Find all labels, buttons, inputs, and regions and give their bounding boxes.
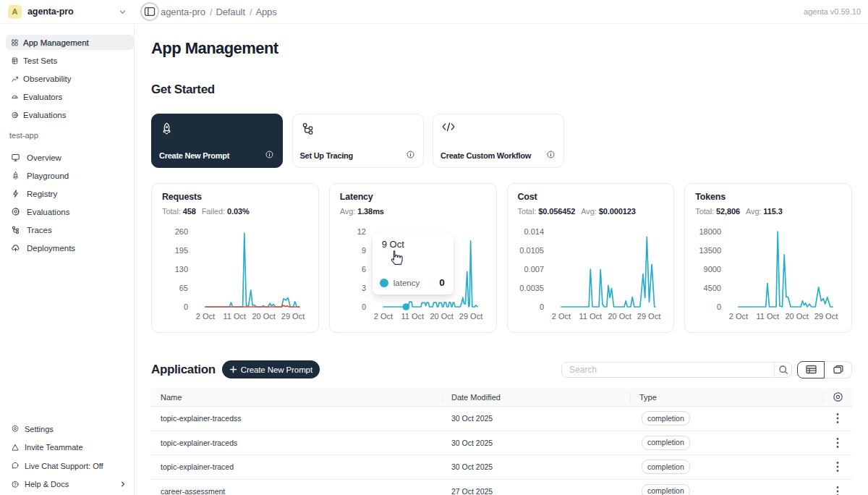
table-row[interactable]: career-assessment27 Oct 2025completion [151,480,853,495]
dots-vertical-icon [836,412,839,424]
chart-line-tokens [739,232,833,307]
application-header: Application Create New Prompt [151,360,852,378]
sidebar-footer-item-help-docs[interactable]: Help & Docs [6,477,134,492]
row-menu-button[interactable] [822,461,853,473]
create-new-prompt-button[interactable]: Create New Prompt [222,360,320,378]
row-menu-button[interactable] [822,437,853,449]
svg-text:260: 260 [175,227,188,236]
sidebar-collapse-button[interactable] [140,2,159,21]
template-card-label: Set Up Tracing [300,151,354,160]
breadcrumb-item[interactable]: Default [216,7,245,17]
sidebar-footer-item-invite-teammate[interactable]: Invite Teammate [6,440,134,455]
svg-text:0.014: 0.014 [524,227,544,236]
svg-text:0.007: 0.007 [524,265,544,274]
table-header: NameDate ModifiedType [151,388,853,407]
content: App Management Get Started Create New Pr… [135,23,868,495]
breadcrumb-separator: / [250,7,252,17]
sidebar-item-evaluations[interactable]: Evaluations [6,107,134,122]
sidebar-item-observability[interactable]: Observability [6,71,134,86]
svg-text:4500: 4500 [704,284,721,292]
evaluations-icon [12,111,18,119]
sidebar-footer-item-live-chat-support-off[interactable]: Live Chat Support: Off [6,458,134,473]
cell-name: topic-explainer-traced [151,462,442,471]
observability-icon [12,75,18,82]
evaluators-icon [12,93,18,101]
sidebar-app-item-evaluations[interactable]: Evaluations [6,204,134,219]
chart-plot-tokens: 18000135009000450002 Oct11 Oct20 Oct29 O… [685,184,851,332]
table-row[interactable]: topic-explainer-traceds30 Oct 2025comple… [151,431,853,456]
svg-text:29 Oct: 29 Oct [281,312,305,321]
table-row[interactable]: topic-explainer-traced30 Oct 2025complet… [151,455,853,480]
sidebar-app-item-registry[interactable]: Registry [6,186,134,201]
dots-vertical-icon [836,486,839,495]
svg-text:20 Oct: 20 Oct [252,312,275,321]
cell-actions [822,412,853,424]
column-header-type[interactable]: Type [630,388,822,406]
breadcrumb-item[interactable]: agenta-pro [161,7,205,17]
sidebar-footer-item-settings[interactable]: Settings [6,421,134,436]
dots-vertical-icon [836,461,839,473]
column-header-name[interactable]: Name [151,388,442,406]
workspace-name: agenta-pro [27,7,74,17]
menu-item-label: Observability [23,75,71,83]
card-view-icon [833,365,843,374]
svg-text:13500: 13500 [699,246,722,255]
table-view-button[interactable] [797,361,825,378]
sidebar-app-item-overview[interactable]: Overview [6,150,134,165]
chart-cards: RequestsTotal: 458Failed: 0.03%260195130… [151,183,852,333]
menu-item-label: Test Sets [23,56,57,65]
template-card-create-custom-workflow[interactable]: Create Custom Workflow [433,114,564,168]
cell-actions [822,461,853,473]
row-menu-button[interactable] [822,412,853,424]
sidebar-app-item-traces[interactable]: Traces [6,222,134,237]
type-badge: completion [642,436,690,450]
svg-text:65: 65 [179,284,188,292]
plus-icon [229,365,237,373]
column-header-date-modified[interactable]: Date Modified [442,388,630,406]
menu-item-label: Traces [27,226,52,234]
table-settings-button[interactable] [822,388,853,406]
sidebar-footer: SettingsInvite TeammateLive Chat Support… [6,421,135,495]
template-card-set-up-tracing[interactable]: Set Up Tracing [292,114,424,168]
chart-plot-requests: 2601951306502 Oct11 Oct20 Oct29 Oct [152,184,318,332]
breadcrumb-item[interactable]: Apps [255,7,276,17]
chat-icon [12,462,19,470]
sidebar-item-app-management[interactable]: App Management [6,35,134,50]
sidebar-footer-menu: SettingsInvite TeammateLive Chat Support… [6,421,135,492]
trace-icon [12,226,20,234]
cell-type: completion [630,411,822,426]
chart-card-requests: RequestsTotal: 458Failed: 0.03%260195130… [151,183,319,333]
sidebar: A agenta-pro App ManagementTest SetsObse… [0,0,135,495]
invite-icon [12,444,19,452]
svg-text:2 Oct: 2 Oct [729,312,748,321]
info-icon[interactable] [265,151,273,158]
sidebar-app-item-deployments[interactable]: Deployments [6,240,134,255]
table-view-icon [806,365,817,374]
type-badge: completion [642,484,690,495]
panel-left-icon [144,6,156,17]
menu-item-label: Overview [27,153,61,162]
topbar: agenta-pro/Default/Apps agenta v0.59.10 [135,0,868,23]
chart-line-requests [205,233,299,307]
row-menu-button[interactable] [822,486,853,495]
template-card-create-new-prompt[interactable]: Create New Prompt [151,114,283,168]
search-input[interactable] [562,363,774,377]
info-icon[interactable] [547,151,555,158]
sidebar-section-label: test-app [6,131,135,140]
svg-text:20 Oct: 20 Oct [608,312,631,321]
breadcrumb[interactable]: agenta-pro/Default/Apps [161,7,277,17]
svg-text:195: 195 [175,246,188,255]
sidebar-item-test-sets[interactable]: Test Sets [6,53,134,68]
workspace-selector[interactable]: A agenta-pro [6,0,135,23]
svg-text:18000: 18000 [699,227,722,236]
sidebar-app-item-playground[interactable]: Playground [6,168,134,183]
chart-plot-latency: 1296302 Oct11 Oct20 Oct29 Oct [330,184,496,332]
sidebar-item-evaluators[interactable]: Evaluators [6,89,134,104]
search-button[interactable] [774,363,791,377]
card-view-button[interactable] [825,361,852,378]
table-row[interactable]: topic-explainer-tracedss30 Oct 2025compl… [151,407,853,431]
chevron-down-icon [119,8,127,16]
info-icon[interactable] [407,151,414,158]
app-root: A agenta-pro App ManagementTest SetsObse… [0,0,868,495]
svg-text:11 Oct: 11 Oct [224,312,247,321]
